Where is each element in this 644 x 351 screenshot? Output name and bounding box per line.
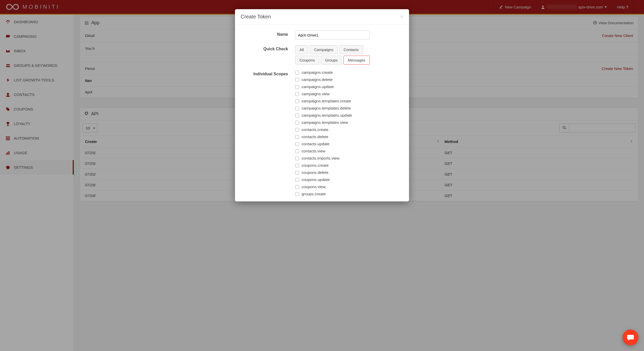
modal-title: Create Token — [241, 14, 271, 20]
scope-label: campaigns.delete — [302, 77, 333, 82]
scope-campaigns-update: campaigns.update — [295, 84, 402, 89]
scope-label: coupons.view — [302, 185, 326, 189]
scope-label: groups.create — [302, 192, 326, 196]
scope-checkbox[interactable] — [295, 156, 299, 160]
scope-checkbox[interactable] — [295, 85, 299, 89]
scope-coupons-view: coupons.view — [295, 185, 402, 189]
scope-checkbox[interactable] — [295, 78, 299, 82]
token-name-input[interactable] — [295, 31, 370, 40]
scope-checkbox[interactable] — [295, 121, 299, 125]
scope-contacts-view: contacts.view — [295, 149, 402, 153]
scope-label: contacts.view — [302, 149, 325, 153]
scope-contacts-delete: contacts.delete — [295, 135, 402, 139]
scope-checkbox[interactable] — [295, 142, 299, 146]
scope-coupons-update: coupons.update — [295, 177, 402, 182]
scope-label: campaigns.templates.view — [302, 120, 348, 125]
scope-label: campaigns.templates.create — [302, 99, 351, 103]
scope-checkbox[interactable] — [295, 171, 299, 175]
scope-checkbox[interactable] — [295, 185, 299, 189]
scope-coupons-delete: coupons.delete — [295, 170, 402, 175]
quick-check-coupons[interactable]: Coupons — [295, 56, 319, 65]
scope-campaigns-view: campaigns.view — [295, 92, 402, 96]
scope-checkbox[interactable] — [295, 149, 299, 153]
scope-checkbox[interactable] — [295, 99, 299, 103]
scope-campaigns-create: campaigns.create — [295, 70, 402, 75]
chat-fab[interactable] — [623, 330, 638, 345]
scope-label: campaigns.templates.delete — [302, 106, 351, 111]
quick-check-all[interactable]: All — [295, 45, 308, 54]
scope-label: campaigns.update — [302, 84, 334, 89]
scope-campaigns-templates-delete: campaigns.templates.delete — [295, 106, 402, 111]
scope-label: contacts.imports.view — [302, 156, 339, 161]
scope-label: contacts.delete — [302, 135, 328, 139]
quick-check-groups[interactable]: Groups — [321, 56, 342, 65]
scope-contacts-imports-view: contacts.imports.view — [295, 156, 402, 161]
scope-coupons-create: coupons.create — [295, 163, 402, 168]
scope-label: campaigns.templates.update — [302, 113, 352, 118]
quick-check-messages[interactable]: Messages — [343, 56, 369, 65]
scope-campaigns-templates-view: campaigns.templates.view — [295, 120, 402, 125]
scope-contacts-update: contacts.update — [295, 142, 402, 146]
scope-checkbox[interactable] — [295, 114, 299, 117]
scope-label: coupons.update — [302, 177, 330, 182]
name-label: Name — [242, 31, 295, 40]
scope-checkbox[interactable] — [295, 135, 299, 139]
scope-label: coupons.delete — [302, 170, 328, 175]
scope-groups-create: groups.create — [295, 192, 402, 196]
quick-check-contacts[interactable]: Contacts — [339, 45, 363, 54]
scope-checkbox[interactable] — [295, 128, 299, 132]
scope-campaigns-delete: campaigns.delete — [295, 77, 402, 82]
scope-campaigns-templates-create: campaigns.templates.create — [295, 99, 402, 103]
scope-label: campaigns.view — [302, 92, 330, 96]
scope-checkbox[interactable] — [295, 92, 299, 96]
scope-label: coupons.create — [302, 163, 329, 168]
scope-checkbox[interactable] — [295, 106, 299, 110]
scope-label: contacts.create — [302, 127, 328, 132]
close-icon[interactable]: × — [400, 14, 403, 20]
scope-label: contacts.update — [302, 142, 329, 146]
scopes-label: Individual Scopes — [242, 70, 295, 199]
chat-icon — [627, 334, 634, 341]
scope-campaigns-templates-update: campaigns.templates.update — [295, 113, 402, 118]
scope-checkbox[interactable] — [295, 178, 299, 182]
scope-checkbox[interactable] — [295, 192, 299, 196]
quick-check-label: Quick Check — [242, 45, 295, 65]
quick-check-campaigns[interactable]: Campaigns — [310, 45, 338, 54]
scope-checkbox[interactable] — [295, 71, 299, 75]
scope-label: campaigns.create — [302, 70, 333, 75]
scope-contacts-create: contacts.create — [295, 127, 402, 132]
create-token-modal: Create Token × Name Quick Check AllCampa… — [235, 9, 409, 201]
scope-checkbox[interactable] — [295, 164, 299, 167]
